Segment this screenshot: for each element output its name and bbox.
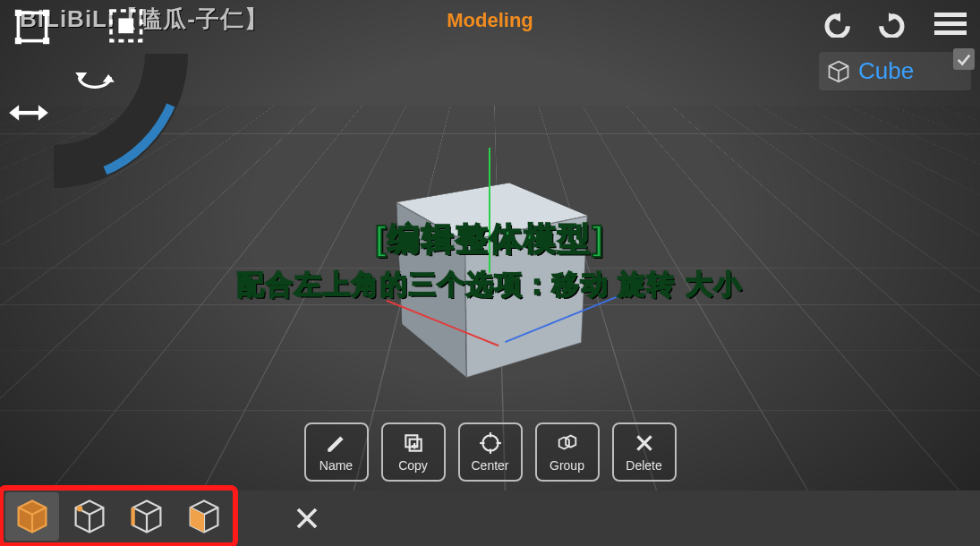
check-icon	[956, 51, 972, 67]
cube-icon	[826, 59, 851, 84]
close-icon	[633, 431, 656, 455]
scale-tool-button[interactable]	[106, 5, 149, 48]
cube-solid-icon	[13, 497, 52, 536]
delete-button[interactable]: Delete	[612, 422, 677, 482]
name-label: Name	[320, 458, 353, 473]
svg-rect-5	[43, 10, 49, 16]
cube-face-icon	[184, 497, 224, 536]
scale-icon	[106, 5, 149, 48]
rotate-icon	[73, 63, 116, 92]
svg-point-14	[482, 435, 498, 450]
scene-object-cube[interactable]	[428, 198, 546, 349]
face-mode-button[interactable]	[177, 492, 231, 541]
object-action-bar: Name Copy Center Group Delete	[304, 422, 677, 482]
delete-label: Delete	[626, 458, 661, 473]
object-visibility-checkbox[interactable]	[953, 48, 975, 70]
pan-icon	[7, 101, 50, 124]
transform-dial	[0, 0, 188, 152]
svg-rect-7	[43, 38, 49, 44]
svg-rect-4	[15, 10, 21, 16]
svg-rect-3	[18, 13, 46, 40]
svg-rect-13	[411, 445, 417, 447]
object-label: Cube	[858, 57, 914, 85]
svg-rect-1	[934, 21, 967, 26]
move-tool-button[interactable]	[11, 5, 54, 48]
cube-vertex-icon	[70, 497, 109, 536]
group-icon	[556, 431, 579, 455]
vertex-mode-button[interactable]	[63, 492, 116, 541]
menu-button[interactable]	[930, 7, 971, 39]
move-icon	[11, 5, 54, 48]
copy-button[interactable]: Copy	[381, 422, 446, 482]
top-right-toolbar	[815, 7, 971, 39]
redo-button[interactable]	[873, 7, 914, 39]
svg-rect-11	[409, 439, 421, 451]
copy-icon	[402, 431, 425, 455]
center-button[interactable]: Center	[458, 422, 523, 482]
hamburger-icon	[933, 9, 968, 38]
x-icon	[294, 505, 320, 532]
object-mode-button[interactable]	[5, 492, 59, 541]
pencil-icon	[325, 431, 348, 455]
svg-rect-6	[15, 38, 21, 44]
edge-mode-button[interactable]	[120, 492, 174, 541]
rotate-tool-button[interactable]	[73, 61, 116, 93]
undo-button[interactable]	[815, 7, 856, 39]
selection-mode-group	[2, 489, 234, 544]
mode-title: Modeling	[447, 9, 533, 32]
svg-point-19	[77, 506, 83, 512]
center-icon	[479, 431, 502, 455]
group-button[interactable]: Group	[535, 422, 600, 482]
undo-icon	[818, 9, 854, 38]
copy-label: Copy	[398, 458, 428, 473]
bottom-toolbar	[0, 491, 980, 546]
name-button[interactable]: Name	[304, 422, 369, 482]
svg-rect-2	[934, 30, 967, 35]
close-toolbar-button[interactable]	[288, 499, 326, 537]
cube-edge-icon	[127, 497, 166, 536]
object-list-item[interactable]: Cube	[819, 52, 971, 90]
svg-rect-0	[934, 13, 967, 17]
svg-rect-9	[118, 18, 133, 33]
redo-icon	[875, 9, 911, 38]
group-label: Group	[550, 458, 584, 473]
pan-tool-button[interactable]	[7, 97, 50, 129]
center-label: Center	[471, 458, 508, 473]
